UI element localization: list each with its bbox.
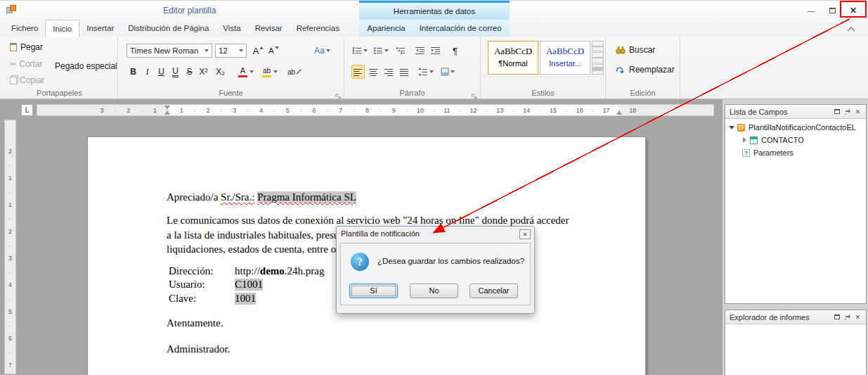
tab-apariencia[interactable]: Apariencia [360, 20, 412, 37]
dialog-close-button[interactable]: ✕ [519, 229, 531, 239]
chevron-down-icon [384, 49, 389, 52]
tab-revisar[interactable]: Revisar [248, 20, 290, 37]
first-line-indent-marker[interactable] [164, 106, 170, 110]
shading-button[interactable] [440, 65, 455, 79]
paragraph-dialog-launcher[interactable] [472, 90, 478, 96]
report-explorer-title: Explorador de informes [730, 313, 831, 322]
align-center-button[interactable] [367, 65, 380, 79]
group-label-paragraph: Párrafo [344, 89, 480, 97]
decrease-indent-button[interactable] [413, 44, 427, 58]
bullet-list-button[interactable] [351, 44, 368, 58]
vertical-ruler[interactable]: 211234567 [4, 120, 16, 374]
tab-intercalacion[interactable]: Intercalación de correo [413, 20, 509, 37]
maximize-button[interactable] [823, 4, 841, 17]
gallery-up-button[interactable] [592, 41, 604, 51]
show-marks-button[interactable]: ¶ [448, 44, 462, 58]
report-explorer-header[interactable]: Explorador de informes ✕ [725, 310, 866, 324]
panel-pin-button[interactable] [842, 312, 853, 322]
tree-node-parameters[interactable]: ? Parameters [725, 146, 866, 159]
justify-button[interactable] [398, 65, 411, 79]
tab-fichero[interactable]: Fichero [4, 20, 45, 37]
triangle-up-icon [592, 46, 603, 47]
app-icon [6, 5, 18, 15]
font-family-combo[interactable]: Times New Roman [127, 44, 212, 58]
yes-button[interactable]: Sí [349, 284, 398, 298]
subscript-button[interactable]: X₂ [214, 65, 227, 79]
underline-button[interactable]: U [155, 65, 168, 79]
panel-close-button[interactable]: ✕ [853, 312, 863, 322]
left-indent-marker[interactable] [164, 110, 170, 115]
bold-button[interactable]: B [127, 65, 140, 79]
style-insertar[interactable]: AaBbCcD Insertar... [540, 41, 590, 75]
panel-pin-button[interactable] [842, 107, 853, 117]
double-underline-button[interactable]: U [169, 65, 182, 79]
cut-button[interactable]: ✂ Cortar [10, 59, 43, 69]
font-color-button[interactable]: A [238, 65, 254, 79]
minimize-button[interactable]: — [802, 4, 820, 17]
panel-maximize-button[interactable] [831, 107, 842, 117]
shrink-font-button[interactable]: A [267, 44, 280, 58]
paste-button[interactable]: Pegar [10, 42, 43, 52]
tree-node-contacto[interactable]: CONTACTO [725, 134, 866, 146]
collapse-ribbon-button[interactable] [843, 24, 860, 34]
expand-node-icon[interactable] [743, 137, 746, 143]
chevron-up-icon [847, 27, 855, 32]
style-normal[interactable]: AaBbCcD ¶Normal [488, 41, 538, 75]
table-icon [750, 136, 758, 144]
chevron-down-icon [429, 70, 434, 73]
right-indent-marker[interactable] [616, 110, 622, 115]
highlight-button[interactable]: ab [261, 65, 278, 79]
no-button[interactable]: No [410, 284, 458, 298]
tree-node-root[interactable]: PlantillaNotificacionContactoEL [725, 121, 866, 134]
field-list-header[interactable]: Lista de Campos ✕ [725, 105, 866, 119]
increase-indent-button[interactable] [429, 44, 442, 58]
chevron-down-icon [250, 70, 254, 73]
paste-special-button[interactable]: Pegado especial [55, 59, 117, 72]
collapse-node-icon[interactable] [729, 126, 734, 129]
salutation-text: Sr./Sra.: [221, 191, 254, 203]
eraser-icon [296, 69, 302, 75]
superscript-button[interactable]: X² [197, 65, 210, 79]
grow-font-button[interactable]: A [252, 44, 265, 58]
replace-button[interactable]: Reemplazar [616, 65, 675, 75]
tab-referencias[interactable]: Referencias [290, 20, 346, 37]
horizontal-ruler[interactable]: 321123456789101112131415161718 [37, 104, 714, 116]
find-button[interactable]: Buscar [616, 45, 655, 55]
clear-formatting-button[interactable]: ab [287, 65, 302, 79]
multilevel-list-button[interactable] [394, 44, 407, 58]
line-spacing-icon [418, 68, 428, 76]
tree-node-label: CONTACTO [761, 136, 804, 144]
numbered-list-button[interactable] [373, 44, 389, 58]
outdent-icon [415, 46, 425, 55]
close-button[interactable]: ✕ [844, 4, 862, 17]
copy-icon [10, 77, 17, 84]
justify-icon [400, 68, 409, 76]
line-spacing-button[interactable] [417, 65, 434, 79]
align-left-button[interactable] [351, 65, 365, 79]
tab-insertar[interactable]: Insertar [79, 20, 121, 37]
notification-dialog: Plantilla de notificación ✕ ? ¿Desea gua… [336, 226, 535, 314]
panel-maximize-button[interactable] [831, 312, 842, 322]
font-dialog-launcher[interactable] [335, 90, 342, 96]
copy-button[interactable]: Copiar [10, 75, 44, 85]
field-list-tree: PlantillaNotificacionContactoEL CONTACTO… [725, 119, 866, 303]
tab-vista[interactable]: Vista [216, 20, 247, 37]
paste-icon [10, 43, 17, 51]
chevron-down-icon [363, 49, 368, 52]
font-size-combo[interactable]: 12 [215, 44, 247, 58]
strikethrough-button[interactable]: S [183, 65, 196, 79]
gallery-down-button[interactable] [592, 52, 604, 63]
group-label-editing: Edición [606, 89, 680, 97]
tab-stop-selector[interactable]: L [21, 104, 33, 116]
italic-button[interactable]: I [141, 65, 154, 79]
group-label-clipboard: Portapapeles [1, 89, 117, 97]
change-case-button[interactable]: Aa [313, 44, 331, 58]
tab-distribucion[interactable]: Distribución de Página [121, 20, 216, 37]
align-right-button[interactable] [382, 65, 396, 79]
pin-icon [844, 108, 851, 115]
gallery-more-button[interactable] [592, 64, 604, 75]
tab-inicio[interactable]: Inicio [45, 20, 79, 37]
dialog-title: Plantilla de notificación [337, 227, 534, 238]
panel-close-button[interactable]: ✕ [853, 107, 863, 117]
cancel-button[interactable]: Cancelar [469, 284, 518, 298]
